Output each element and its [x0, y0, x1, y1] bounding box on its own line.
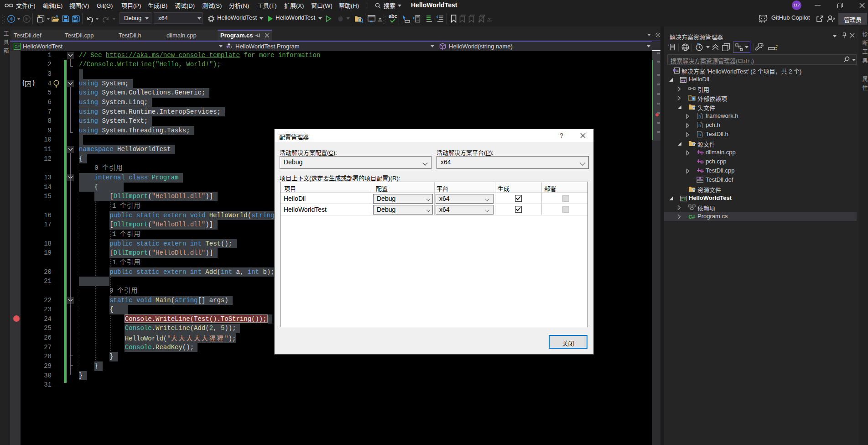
svg-text:h: h [698, 133, 701, 137]
svg-text:h: h [698, 124, 701, 128]
svg-text:h: h [698, 115, 701, 119]
svg-text:C#: C# [15, 44, 20, 49]
svg-text:C#: C# [681, 197, 686, 202]
svg-text:C#: C# [688, 214, 695, 220]
